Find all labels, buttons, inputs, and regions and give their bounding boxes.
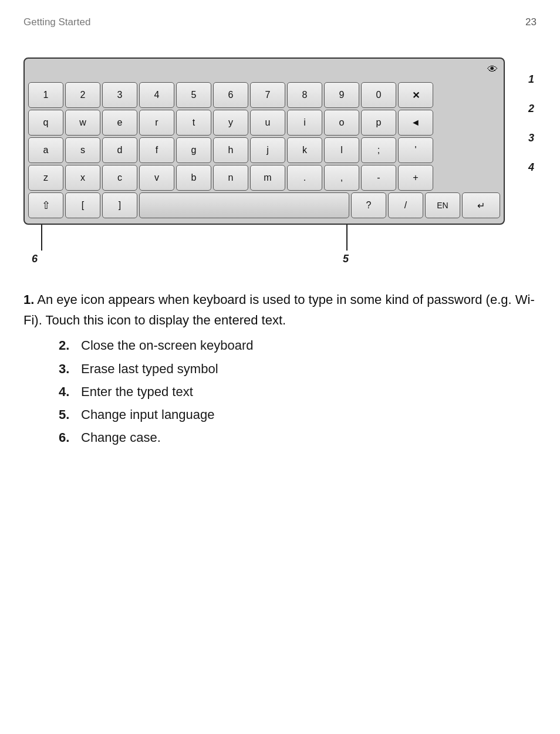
callout-label-5: 5 [343, 253, 349, 265]
callout-line-5 [346, 225, 348, 251]
item4-text: Enter the typed text [81, 381, 193, 402]
description-item1: 1. An eye icon appears when keyboard is … [23, 289, 537, 330]
key-lang[interactable]: EN [425, 192, 460, 218]
key-f[interactable]: f [139, 137, 174, 163]
number-labels: 1 2 3 4 [524, 65, 534, 182]
callout-area: 6 5 [23, 225, 528, 260]
key-3[interactable]: 3 [102, 82, 137, 108]
key-close[interactable]: ✕ [398, 82, 433, 108]
list-item-6: 6. Change case. [59, 427, 537, 448]
key-d[interactable]: d [102, 137, 137, 163]
list-item-5: 5. Change input language [59, 404, 537, 425]
list-items: 2. Close the on-screen keyboard 3. Erase… [59, 335, 537, 448]
key-h[interactable]: h [213, 137, 248, 163]
key-b[interactable]: b [176, 165, 211, 191]
key-w[interactable]: w [65, 110, 100, 136]
item5-text: Change input language [81, 404, 215, 425]
key-semicolon[interactable]: ; [361, 137, 396, 163]
key-j[interactable]: j [250, 137, 285, 163]
item6-text: Change case. [81, 427, 161, 448]
key-lbracket[interactable]: [ [65, 192, 100, 218]
label-1: 1 [524, 65, 534, 94]
item5-num: 5. [59, 404, 75, 425]
keyboard-row-2: q w e r t y u i o p ◄ [28, 110, 500, 136]
item1-num: 1. [23, 292, 34, 307]
eye-icon: 👁 [487, 63, 498, 76]
key-0[interactable]: 0 [361, 82, 396, 108]
key-m[interactable]: m [250, 165, 285, 191]
key-x[interactable]: x [65, 165, 100, 191]
key-r[interactable]: r [139, 110, 174, 136]
key-period[interactable]: . [287, 165, 322, 191]
key-q[interactable]: q [28, 110, 63, 136]
key-k[interactable]: k [287, 137, 322, 163]
key-v[interactable]: v [139, 165, 174, 191]
key-5[interactable]: 5 [176, 82, 211, 108]
item1-text: An eye icon appears when keyboard is use… [23, 292, 535, 327]
content-area: 👁 1 2 3 4 5 6 7 8 9 0 ✕ [0, 34, 560, 473]
key-question[interactable]: ? [351, 192, 386, 218]
key-rbracket[interactable]: ] [102, 192, 137, 218]
key-shift[interactable]: ⇧ [28, 192, 63, 218]
key-8[interactable]: 8 [287, 82, 322, 108]
callout-label-6: 6 [32, 253, 38, 265]
key-plus[interactable]: + [398, 165, 433, 191]
key-quote[interactable]: ' [398, 137, 433, 163]
key-2[interactable]: 2 [65, 82, 100, 108]
key-backspace[interactable]: ◄ [398, 110, 433, 136]
keyboard: 👁 1 2 3 4 5 6 7 8 9 0 ✕ [23, 57, 505, 225]
item3-num: 3. [59, 358, 75, 379]
item2-num: 2. [59, 335, 75, 356]
list-item-4: 4. Enter the typed text [59, 381, 537, 402]
key-g[interactable]: g [176, 137, 211, 163]
key-4[interactable]: 4 [139, 82, 174, 108]
callout-line-6 [41, 225, 42, 251]
label-3: 3 [524, 123, 534, 153]
key-spacebar[interactable] [139, 192, 349, 218]
item4-num: 4. [59, 381, 75, 402]
key-slash[interactable]: / [388, 192, 423, 218]
key-l[interactable]: l [324, 137, 359, 163]
description: 1. An eye icon appears when keyboard is … [23, 289, 537, 330]
key-comma[interactable]: , [324, 165, 359, 191]
key-9[interactable]: 9 [324, 82, 359, 108]
page-number: 23 [525, 16, 537, 28]
key-1[interactable]: 1 [28, 82, 63, 108]
key-y[interactable]: y [213, 110, 248, 136]
key-6[interactable]: 6 [213, 82, 248, 108]
keyboard-row-3: a s d f g h j k l ; ' [28, 137, 500, 163]
label-2: 2 [524, 94, 534, 123]
key-z[interactable]: z [28, 165, 63, 191]
key-t[interactable]: t [176, 110, 211, 136]
section-title: Getting Started [23, 16, 90, 28]
key-n[interactable]: n [213, 165, 248, 191]
key-c[interactable]: c [102, 165, 137, 191]
key-a[interactable]: a [28, 137, 63, 163]
item3-text: Erase last typed symbol [81, 358, 218, 379]
item6-num: 6. [59, 427, 75, 448]
key-e[interactable]: e [102, 110, 137, 136]
key-o[interactable]: o [324, 110, 359, 136]
keyboard-row-4: z x c v b n m . , - + [28, 165, 500, 191]
key-u[interactable]: u [250, 110, 285, 136]
label-4: 4 [524, 153, 534, 182]
list-item-3: 3. Erase last typed symbol [59, 358, 537, 379]
key-p[interactable]: p [361, 110, 396, 136]
keyboard-row-5: ⇧ [ ] ? / EN ↵ [28, 192, 500, 218]
key-i[interactable]: i [287, 110, 322, 136]
key-s[interactable]: s [65, 137, 100, 163]
keyboard-row-1: 1 2 3 4 5 6 7 8 9 0 ✕ [28, 82, 500, 108]
keyboard-diagram: 👁 1 2 3 4 5 6 7 8 9 0 ✕ [23, 46, 528, 260]
page-header: Getting Started 23 [0, 0, 560, 34]
key-dash[interactable]: - [361, 165, 396, 191]
key-7[interactable]: 7 [250, 82, 285, 108]
keyboard-wrapper: 👁 1 2 3 4 5 6 7 8 9 0 ✕ [23, 57, 528, 225]
list-item-2: 2. Close the on-screen keyboard [59, 335, 537, 356]
item2-text: Close the on-screen keyboard [81, 335, 254, 356]
key-enter[interactable]: ↵ [462, 192, 500, 218]
